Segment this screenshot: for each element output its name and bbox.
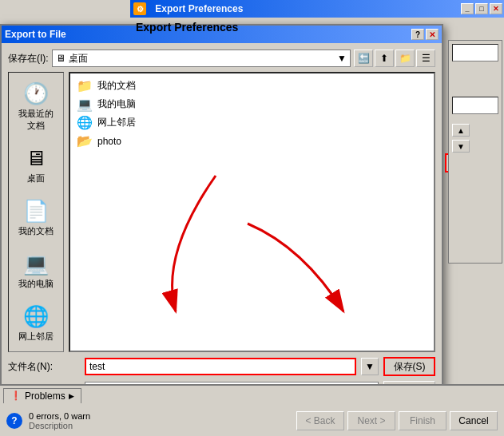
network-label: 网上邻居 [97, 116, 136, 129]
sidebar-item-documents[interactable]: 📄 我的文档 [12, 195, 60, 241]
bottom-tabs: ❗ Problems ▶ [0, 386, 504, 403]
sidebar-recent-label: 我最近的文档 [16, 108, 56, 132]
back-button[interactable]: < Back [296, 411, 344, 430]
finish-button[interactable]: Finish [399, 411, 446, 430]
nav-newfolder-btn[interactable]: 📁 [395, 50, 415, 67]
bottom-content: ? 0 errors, 0 warn Description < Back Ne… [0, 403, 504, 436]
minimize-button[interactable]: _ [461, 3, 474, 14]
export-file-dialog: Export to File ? ✕ 保存在(I): 🖥 桌面 ▼ 🔙 ⬆ [0, 24, 443, 391]
export-file-title: Export to File [5, 29, 66, 40]
sidebar-item-computer[interactable]: 💻 我的电脑 [12, 248, 60, 294]
maximize-button[interactable]: □ [475, 3, 488, 14]
location-row: 保存在(I): 🖥 桌面 ▼ 🔙 ⬆ 📁 ☰ [8, 50, 435, 67]
cancel-wizard-button[interactable]: Cancel [450, 411, 498, 430]
nav-buttons: 🔙 ⬆ 📁 ☰ [354, 50, 435, 67]
desktop-icon: 🖥 [26, 146, 46, 171]
right-input-1[interactable] [452, 44, 498, 61]
sidebar-computer-label: 我的电脑 [18, 278, 54, 290]
sidebar-documents-label: 我的文档 [18, 225, 54, 237]
right-scroll-up[interactable]: ▲ [452, 124, 470, 137]
mydocs-label: 我的文档 [97, 79, 136, 93]
prefs-titlebar-controls: _ □ ✕ [461, 3, 502, 14]
save-button[interactable]: 保存(S) [383, 357, 435, 376]
location-dropdown[interactable]: 🖥 桌面 ▼ [52, 50, 351, 67]
problems-tab[interactable]: ❗ Problems ▶ [3, 388, 81, 403]
nav-back-btn[interactable]: 🔙 [354, 50, 373, 67]
bottom-panel: ❗ Problems ▶ ? 0 errors, 0 warn Descript… [0, 384, 504, 436]
dropdown-arrow-icon: ▼ [337, 53, 347, 64]
photo-icon: 📂 [77, 133, 93, 149]
computer-icon: 💻 [23, 252, 49, 276]
sidebar: 🕐 我最近的文档 🖥 桌面 📄 我的文档 💻 我的电脑 [8, 72, 64, 352]
prefs-title-icon: ⚙ [133, 2, 146, 15]
filename-input[interactable] [85, 358, 356, 375]
file-item-photo[interactable]: 📂 photo [73, 132, 431, 150]
nav-up-btn[interactable]: ⬆ [375, 50, 394, 67]
help-button[interactable]: ? [411, 29, 424, 40]
close-prefs-button[interactable]: ✕ [490, 3, 502, 14]
dialog-body: 保存在(I): 🖥 桌面 ▼ 🔙 ⬆ 📁 ☰ 🕐 [2, 43, 442, 390]
filename-label: 文件名(N): [8, 360, 80, 374]
documents-icon: 📄 [23, 199, 49, 224]
close-button[interactable]: ✕ [426, 29, 439, 40]
titlebar-controls: ? ✕ [411, 29, 439, 40]
right-input-2[interactable] [452, 97, 498, 114]
export-prefs-title: Export Preferences [155, 3, 243, 14]
sidebar-item-recent[interactable]: 🕐 我最近的文档 [12, 77, 60, 136]
wizard-buttons: < Back Next > Finish Cancel [296, 411, 498, 430]
file-item-network[interactable]: 🌐 网上邻居 [73, 113, 431, 132]
photo-label: photo [97, 136, 121, 147]
sidebar-desktop-label: 桌面 [27, 172, 45, 184]
nav-view-btn[interactable]: ☰ [416, 50, 435, 67]
problems-chevron: ▶ [69, 392, 74, 400]
next-button[interactable]: Next > [347, 411, 395, 430]
right-scroll-down[interactable]: ▼ [452, 140, 470, 153]
location-value: 桌面 [69, 52, 88, 65]
sidebar-network-label: 网上邻居 [18, 331, 54, 343]
file-item-mydocs[interactable]: 📁 我的文档 [73, 77, 431, 95]
filename-dropdown-btn[interactable]: ▼ [361, 358, 379, 375]
mycomputer-icon: 💻 [77, 97, 93, 112]
mycomputer-label: 我的电脑 [97, 97, 136, 111]
app-background: Export to File ? ✕ 保存在(I): 🖥 桌面 ▼ 🔙 ⬆ [0, 0, 504, 436]
file-list[interactable]: 📁 我的文档 💻 我的电脑 🌐 网上邻居 📂 photo [69, 72, 435, 352]
sidebar-item-network[interactable]: 🌐 网上邻居 [12, 300, 60, 347]
description-label: Description [29, 421, 90, 430]
help-circle-button[interactable]: ? [6, 413, 22, 429]
mydocs-icon: 📁 [77, 78, 93, 93]
sidebar-item-desktop[interactable]: 🖥 桌面 [12, 142, 60, 188]
recent-icon: 🕐 [23, 81, 49, 106]
export-prefs-content-title: Export Preferences [136, 21, 238, 34]
location-label: 保存在(I): [8, 52, 49, 65]
network-icon: 🌐 [23, 304, 49, 329]
filename-row: 文件名(N): ▼ 保存(S) [8, 357, 435, 376]
export-prefs-titlebar: ⚙ Export Preferences _ □ ✕ [130, 0, 504, 18]
file-item-mycomputer[interactable]: 💻 我的电脑 [73, 95, 431, 113]
error-status-text: 0 errors, 0 warn [29, 411, 90, 421]
main-area: 🕐 我最近的文档 🖥 桌面 📄 我的文档 💻 我的电脑 [8, 72, 435, 352]
close-icon: ✕ [429, 30, 435, 39]
network-folder-icon: 🌐 [77, 115, 93, 130]
problems-icon: ❗ [10, 390, 22, 401]
right-panel: ▲ ▼ [448, 40, 502, 264]
folder-icon: 🖥 [56, 53, 65, 64]
problems-label: Problems [25, 390, 65, 402]
status-area: 0 errors, 0 warn Description [29, 411, 90, 430]
